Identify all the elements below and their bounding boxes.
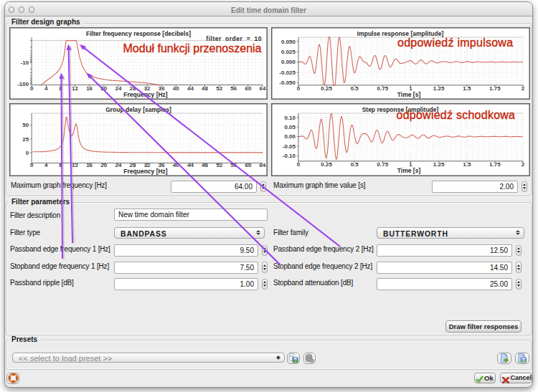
svg-text:1.5: 1.5 [463, 85, 471, 92]
svg-text:1.25: 1.25 [433, 85, 445, 92]
svg-text:1.25: 1.25 [433, 161, 445, 168]
svg-text:0.25: 0.25 [321, 161, 332, 168]
svg-text:4: 4 [44, 162, 48, 168]
svg-text:Time [s]: Time [s] [397, 91, 421, 98]
svg-text:Frequency [Hz]: Frequency [Hz] [123, 168, 168, 175]
svg-text:24: 24 [115, 162, 121, 168]
svg-text:-0.05: -0.05 [283, 143, 296, 150]
svg-text:64: 64 [260, 85, 266, 92]
svg-text:16: 16 [86, 85, 93, 92]
svg-text:-0.025: -0.025 [279, 70, 296, 76]
svg-text:40: 40 [173, 85, 179, 92]
svg-text:52: 52 [216, 162, 222, 168]
svg-text:1.75: 1.75 [489, 161, 501, 168]
svg-text:25: 25 [22, 136, 29, 143]
svg-text:1.5: 1.5 [463, 161, 471, 168]
svg-text:0: 0 [297, 85, 301, 92]
svg-text:0.25: 0.25 [321, 85, 332, 92]
svg-text:52: 52 [216, 85, 222, 92]
svg-text:2: 2 [522, 85, 525, 92]
svg-text:0: 0 [26, 150, 29, 156]
svg-text:-10: -10 [21, 59, 29, 66]
svg-text:0.025: 0.025 [281, 49, 296, 55]
svg-text:60: 60 [245, 162, 251, 168]
svg-text:Time [s]: Time [s] [397, 167, 421, 174]
svg-text:0.75: 0.75 [377, 85, 389, 92]
svg-text:Frequency [Hz]: Frequency [Hz] [123, 91, 168, 98]
svg-text:48: 48 [202, 162, 208, 168]
svg-text:56: 56 [230, 85, 237, 92]
svg-text:1.75: 1.75 [489, 85, 501, 92]
svg-text:12: 12 [72, 85, 78, 92]
svg-text:0.10: 0.10 [284, 115, 296, 121]
svg-text:8: 8 [59, 85, 62, 92]
svg-text:-100: -100 [17, 81, 29, 87]
svg-text:filter order = 10: filter order = 10 [206, 35, 262, 42]
svg-text:40: 40 [173, 162, 179, 168]
svg-text:0.05: 0.05 [284, 124, 296, 130]
svg-text:0.5: 0.5 [351, 85, 359, 92]
svg-text:0.5: 0.5 [351, 161, 359, 168]
svg-text:60: 60 [245, 85, 251, 92]
svg-text:Filter frequency response [dec: Filter frequency response [decibels] [86, 30, 191, 37]
svg-text:64: 64 [260, 162, 266, 168]
svg-text:12: 12 [72, 162, 78, 168]
svg-text:44: 44 [187, 85, 194, 92]
svg-text:20: 20 [100, 85, 107, 92]
svg-text:0: 0 [30, 85, 34, 92]
svg-text:56: 56 [230, 162, 237, 168]
svg-text:2: 2 [522, 161, 525, 168]
svg-text:0.000: 0.000 [281, 59, 296, 65]
svg-text:Group delay [samples]: Group delay [samples] [105, 106, 171, 113]
svg-text:0.050: 0.050 [281, 39, 296, 45]
svg-text:44: 44 [187, 162, 194, 168]
svg-text:0: 0 [30, 162, 34, 168]
svg-text:0: 0 [297, 161, 301, 168]
svg-text:8: 8 [59, 162, 62, 168]
svg-text:50: 50 [22, 122, 29, 128]
svg-text:0.00: 0.00 [284, 133, 296, 140]
svg-text:16: 16 [86, 162, 93, 168]
svg-text:4: 4 [44, 85, 48, 92]
svg-text:20: 20 [100, 162, 107, 168]
svg-text:-0.10: -0.10 [283, 153, 296, 159]
svg-text:48: 48 [202, 85, 208, 92]
svg-text:0.75: 0.75 [377, 161, 389, 168]
svg-text:-0.050: -0.050 [279, 80, 296, 86]
svg-text:24: 24 [115, 85, 121, 92]
